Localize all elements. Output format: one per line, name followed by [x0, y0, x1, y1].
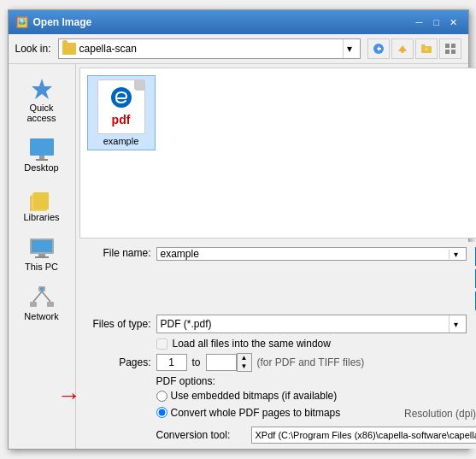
radio-convert-label: Convert whole PDF pages to bitmaps	[171, 407, 341, 419]
pages-to-spinner: ▲ ▼	[206, 353, 252, 372]
pdf-options-title-row: PDF options:	[83, 375, 477, 387]
svg-marker-8	[32, 79, 52, 99]
toolbar-buttons: +	[367, 38, 461, 59]
pages-row: Pages: to ▲ ▼ (for PDF and TIFF files)	[83, 353, 477, 372]
this-pc-icon	[26, 234, 57, 262]
sidebar-item-libraries-label: Libraries	[23, 212, 59, 222]
look-in-combo[interactable]: capella-scan ▾	[58, 38, 361, 59]
svg-line-24	[33, 291, 42, 302]
resolution-label: Resolution (dpi):	[404, 408, 476, 420]
svg-rect-11	[36, 159, 48, 161]
up-button[interactable]	[391, 38, 414, 59]
file-item[interactable]: pdf example	[87, 75, 156, 150]
sidebar-item-quick-access[interactable]: Quick access	[12, 71, 72, 127]
load-files-checkbox[interactable]	[156, 338, 167, 350]
sidebar-item-quick-access-label: Quick access	[16, 103, 68, 123]
bottom-area: File name: example ▾ Open Cancel Help	[76, 242, 477, 449]
network-icon	[26, 284, 57, 311]
open-image-dialog: 🖼️ Open Image ─ □ ✕ Look in: capella-sca…	[8, 9, 469, 450]
toolbar: Look in: capella-scan ▾ +	[9, 34, 468, 64]
pages-spinner: ▲ ▼	[237, 353, 252, 372]
svg-rect-17	[32, 240, 52, 252]
title-bar: 🖼️ Open Image ─ □ ✕	[9, 10, 468, 34]
radio-embedded-label: Use embedded bitmaps (if available)	[171, 390, 338, 402]
conversion-combo[interactable]: XPdf (C:\Program Files (x86)\capella-sof…	[251, 427, 477, 444]
look-in-label: Look in:	[15, 43, 51, 55]
file-item-icon: pdf	[94, 79, 149, 134]
sidebar-item-desktop-label: Desktop	[24, 162, 58, 173]
svg-rect-18	[38, 254, 45, 256]
title-bar-left: 🖼️ Open Image	[15, 16, 92, 28]
resolution-row: Resolution (dpi): ▲ ▼	[404, 404, 476, 423]
radio-row-2-container: Convert whole PDF pages to bitmaps Resol…	[156, 404, 477, 423]
maximize-button[interactable]: □	[429, 15, 444, 29]
dialog-body: Quick access Desktop	[9, 64, 468, 449]
sidebar-item-this-pc-label: This PC	[25, 262, 58, 272]
arrow-indicator: →	[57, 382, 81, 409]
filetype-combo[interactable]: PDF (*.pdf) ▾	[156, 315, 467, 333]
title-controls: ─ □ ✕	[412, 15, 461, 29]
filename-row: File name: example ▾ Open Cancel Help	[83, 247, 477, 310]
svg-rect-5	[451, 44, 455, 48]
pages-label: Pages:	[83, 356, 151, 368]
svg-rect-10	[39, 156, 44, 159]
pages-to-label: to	[192, 356, 201, 368]
views-button[interactable]	[439, 38, 461, 59]
sidebar-item-network[interactable]: Network	[12, 280, 72, 326]
filename-combo[interactable]: example ▾	[156, 247, 467, 261]
radio-row-1: Use embedded bitmaps (if available)	[156, 390, 477, 402]
pdf-options-title: PDF options:	[156, 375, 215, 387]
svg-rect-1	[401, 50, 403, 53]
filename-label: File name:	[83, 247, 151, 259]
pages-from-input[interactable]	[156, 354, 187, 371]
new-folder-button[interactable]: +	[415, 38, 438, 59]
quick-access-icon	[26, 75, 57, 103]
file-area[interactable]: pdf example	[79, 68, 477, 238]
filename-input-area: example ▾	[156, 247, 467, 261]
look-in-value: capella-scan	[79, 43, 343, 55]
sidebar-item-libraries[interactable]: Libraries	[12, 180, 72, 227]
folder-icon-small	[62, 43, 76, 55]
sidebar-item-network-label: Network	[24, 311, 58, 321]
pdf-file-icon: pdf	[97, 79, 145, 134]
svg-rect-23	[47, 302, 54, 307]
filetype-row: Files of type: PDF (*.pdf) ▾	[83, 315, 477, 333]
spinner-up[interactable]: ▲	[238, 354, 251, 362]
radio-row-2: Convert whole PDF pages to bitmaps	[156, 407, 341, 419]
libraries-icon	[26, 185, 57, 212]
filename-dropdown-arrow[interactable]: ▾	[449, 250, 462, 259]
svg-point-21	[40, 287, 44, 291]
pages-suffix: (for PDF and TIFF files)	[257, 356, 365, 368]
conversion-row: Conversion tool: XPdf (C:\Program Files …	[83, 427, 477, 444]
svg-rect-15	[33, 192, 49, 209]
close-button[interactable]: ✕	[446, 15, 461, 29]
svg-text:+: +	[424, 46, 427, 52]
svg-rect-22	[30, 302, 37, 307]
filetype-dropdown-arrow[interactable]: ▾	[449, 315, 462, 332]
minimize-button[interactable]: ─	[412, 15, 427, 29]
radio-embedded[interactable]	[156, 391, 167, 402]
spinner-down[interactable]: ▼	[238, 362, 251, 371]
pdf-options-section: → PDF options: Use embedded bitmaps (if …	[83, 375, 477, 444]
radio-convert[interactable]	[156, 407, 167, 418]
svg-rect-6	[445, 50, 450, 54]
sidebar-item-this-pc[interactable]: This PC	[12, 230, 72, 276]
dialog-title-icon: 🖼️	[15, 16, 28, 28]
pages-to-input[interactable]	[206, 354, 237, 371]
dialog-title: Open Image	[33, 16, 92, 28]
load-files-label: Load all files into the same window	[173, 338, 331, 350]
look-in-dropdown-arrow[interactable]: ▾	[343, 39, 356, 58]
main-content: pdf example File name: example ▾	[76, 64, 477, 449]
svg-rect-4	[445, 44, 450, 48]
conversion-label: Conversion tool:	[156, 429, 246, 441]
svg-rect-7	[451, 50, 455, 54]
svg-rect-19	[35, 256, 49, 258]
conversion-value: XPdf (C:\Program Files (x86)\capella-sof…	[256, 430, 477, 440]
load-files-row: Load all files into the same window	[156, 338, 477, 350]
svg-rect-9	[30, 138, 54, 156]
desktop-icon	[26, 135, 57, 162]
pdf-options-content: Use embedded bitmaps (if available) Conv…	[156, 390, 477, 423]
back-button[interactable]	[367, 38, 390, 59]
sidebar-item-desktop[interactable]: Desktop	[12, 131, 72, 177]
pdf-label: pdf	[112, 113, 131, 127]
